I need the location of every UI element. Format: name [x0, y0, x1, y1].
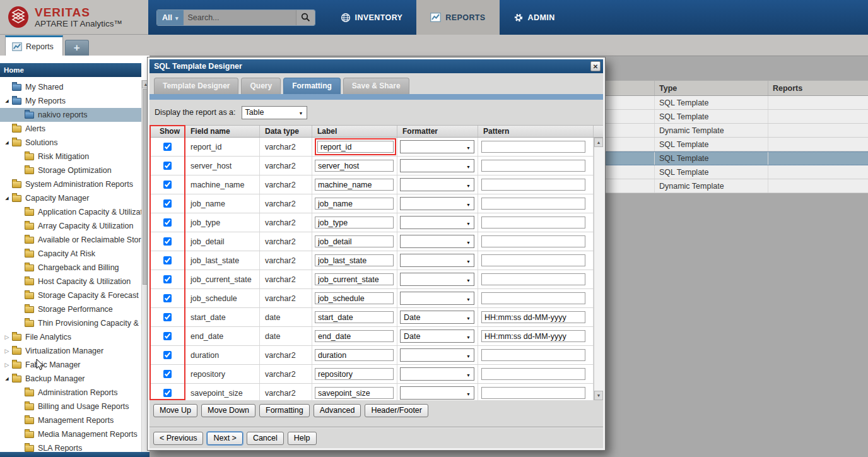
add-tab-button[interactable]: + [65, 40, 89, 56]
dialog-tab-formatting[interactable]: Formatting [283, 78, 341, 94]
tree-expanded-icon[interactable] [3, 376, 11, 381]
tree-collapsed-icon[interactable] [3, 362, 11, 368]
sidebar-item-media-management-reports[interactable]: Media Management Reports [0, 427, 141, 441]
sidebar-item-capacity-at-risk[interactable]: Capacity At Risk [0, 247, 141, 261]
show-checkbox[interactable] [163, 218, 172, 227]
formatter-select[interactable] [400, 348, 474, 362]
show-checkbox[interactable] [163, 143, 172, 151]
help-button[interactable]: Help [288, 432, 317, 445]
move-down-button[interactable]: Move Down [201, 404, 255, 417]
formatter-select[interactable] [400, 235, 474, 248]
nav-inventory[interactable]: INVENTORY [327, 0, 417, 35]
sidebar-item-risk-mitigation[interactable]: Risk Mitigation [0, 150, 141, 163]
label-input[interactable] [315, 254, 394, 266]
label-input[interactable] [315, 198, 394, 210]
label-input[interactable] [315, 387, 394, 399]
label-input[interactable] [315, 292, 394, 304]
move-up-button[interactable]: Move Up [153, 404, 197, 417]
show-checkbox[interactable] [163, 332, 172, 340]
fields-table-scrollbar[interactable] [594, 138, 603, 400]
sidebar-item-available-or-reclaimable-storage[interactable]: Available or Reclaimable Storage [0, 233, 141, 247]
label-input[interactable] [317, 141, 394, 153]
formatter-select[interactable] [400, 273, 474, 286]
header-footer-button[interactable]: Header/Footer [365, 404, 428, 417]
formatter-select[interactable] [400, 197, 474, 210]
sidebar-item-application-capacity-utilization[interactable]: Application Capacity & Utilization [0, 205, 141, 219]
sidebar-item-my-reports[interactable]: My Reports [0, 94, 141, 108]
sidebar-item-storage-performance[interactable]: Storage Performance [0, 302, 141, 316]
label-input[interactable] [315, 311, 394, 323]
advanced-button[interactable]: Advanced [314, 404, 361, 417]
pattern-input[interactable] [481, 179, 585, 191]
nav-reports[interactable]: REPORTS [416, 0, 499, 35]
sidebar-item-storage-capacity-forecast[interactable]: Storage Capacity & Forecast [0, 288, 141, 302]
show-checkbox[interactable] [163, 313, 172, 321]
sidebar-item-thin-provisioning-capacity-utiliz[interactable]: Thin Provisioning Capacity & Utiliz [0, 316, 141, 330]
show-checkbox[interactable] [163, 256, 172, 264]
display-as-select[interactable]: Table [242, 106, 307, 119]
sidebar-item-array-capacity-utilization[interactable]: Array Capacity & Utilization [0, 219, 141, 233]
show-checkbox[interactable] [163, 389, 172, 397]
search-scope-dropdown[interactable]: All [157, 10, 184, 25]
formatter-select[interactable] [400, 159, 474, 172]
sidebar-item-chargeback-and-billing[interactable]: Chargeback and Billing [0, 261, 141, 275]
table-row[interactable]: SQL Template [604, 138, 868, 151]
label-input[interactable] [315, 368, 394, 380]
dialog-tab-query[interactable]: Query [241, 78, 281, 94]
tab-reports[interactable]: Reports [5, 35, 63, 56]
formatter-select[interactable] [400, 292, 474, 305]
formatter-select[interactable] [400, 367, 474, 381]
sidebar-item-administration-reports[interactable]: Administration Reports [0, 386, 141, 400]
tree-expanded-icon[interactable] [3, 98, 11, 104]
pattern-input[interactable] [481, 235, 585, 247]
pattern-input[interactable] [481, 217, 585, 228]
next-button[interactable]: Next > [207, 432, 242, 445]
sidebar-item-my-shared[interactable]: My Shared [0, 80, 141, 94]
sidebar-item-system-administration-reports[interactable]: System Administration Reports [0, 177, 141, 191]
formatter-select[interactable]: Date [400, 311, 474, 324]
dialog-titlebar[interactable]: SQL Template Designer ✕ [150, 59, 603, 73]
dialog-tab-template-designer[interactable]: Template Designer [154, 78, 238, 94]
sidebar-item-alerts[interactable]: Alerts [0, 122, 141, 136]
tree-collapsed-icon[interactable] [3, 334, 11, 340]
sidebar-item-backup-manager[interactable]: Backup Manager [0, 372, 141, 386]
label-input[interactable] [315, 330, 394, 342]
formatter-select[interactable] [400, 386, 474, 400]
formatter-select[interactable] [400, 178, 474, 191]
show-checkbox[interactable] [163, 181, 172, 189]
pattern-input[interactable] [481, 273, 585, 285]
sidebar-item-solutions[interactable]: Solutions [0, 136, 141, 150]
label-input[interactable] [315, 235, 394, 247]
pattern-input[interactable] [481, 254, 585, 266]
sidebar-item-nakivo-reports[interactable]: nakivo reports [0, 108, 141, 122]
table-row[interactable]: SQL Template [604, 165, 868, 179]
sidebar-item-billing-and-usage-reports[interactable]: Billing and Usage Reports [0, 400, 141, 413]
show-checkbox[interactable] [163, 237, 172, 246]
tree-expanded-icon[interactable] [3, 140, 11, 145]
close-icon[interactable]: ✕ [590, 61, 601, 71]
label-input[interactable] [315, 217, 394, 228]
show-checkbox[interactable] [163, 294, 172, 302]
nav-admin[interactable]: ADMIN [500, 0, 569, 35]
table-row[interactable]: SQL Template [604, 96, 868, 110]
sidebar-item-capacity-manager[interactable]: Capacity Manager [0, 191, 141, 205]
table-row[interactable]: Dynamic Template [604, 179, 868, 193]
dialog-tab-save-share[interactable]: Save & Share [343, 78, 409, 94]
show-checkbox[interactable] [163, 275, 172, 283]
formatter-select[interactable]: Date [400, 329, 474, 343]
search-input[interactable] [184, 10, 296, 25]
sidebar-item-storage-optimization[interactable]: Storage Optimization [0, 163, 141, 177]
tree-collapsed-icon[interactable] [3, 348, 11, 354]
pattern-input[interactable] [481, 311, 585, 323]
show-checkbox[interactable] [163, 351, 172, 359]
sidebar-item-fabric-manager[interactable]: Fabric Manager [0, 358, 141, 372]
label-input[interactable] [315, 273, 394, 285]
brand-logo[interactable]: VERITAS APTARE IT Analytics™ [0, 0, 148, 35]
label-input[interactable] [315, 179, 394, 191]
pattern-input[interactable] [481, 368, 585, 380]
formatting-button[interactable]: Formatting [259, 404, 310, 417]
scroll-down-icon[interactable] [594, 391, 603, 400]
show-checkbox[interactable] [163, 162, 172, 170]
table-row[interactable]: SQL Template [604, 110, 868, 124]
pattern-input[interactable] [481, 198, 585, 210]
